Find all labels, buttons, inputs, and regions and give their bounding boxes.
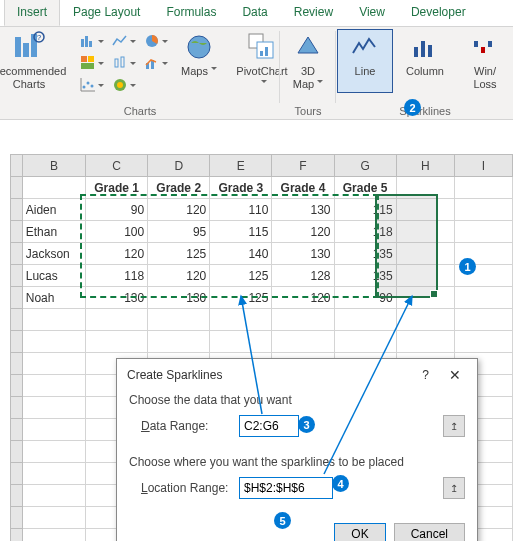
pie-chart-button[interactable] [140,31,172,51]
chart-gallery-col3 [140,29,172,73]
col-C[interactable]: C [86,155,148,177]
col-D[interactable]: D [148,155,210,177]
callout-5: 5 [274,512,291,529]
chart-gallery-col2 [108,29,140,95]
svg-point-23 [188,36,210,58]
svg-point-12 [87,82,90,85]
ribbon-tabs: Insert Page Layout Formulas Data Review … [0,0,513,27]
sparkline-column-button[interactable]: Column [393,29,457,93]
callout-2: 2 [404,99,421,116]
col-H[interactable]: H [396,155,454,177]
svg-rect-16 [115,59,118,67]
col-G[interactable]: G [334,155,396,177]
pivotchart-icon [246,31,278,63]
tab-developer[interactable]: Developer [398,0,479,26]
tab-review[interactable]: Review [281,0,346,26]
surface-chart-button[interactable] [108,75,140,95]
group-label-tours: Tours [284,103,332,119]
group-label-charts: Charts [4,103,276,119]
location-range-ref-button[interactable]: ↥ [443,477,465,499]
tab-view[interactable]: View [346,0,398,26]
3d-map-button[interactable]: 3D Map [280,29,336,93]
recommended-charts-button[interactable]: ? Recommended Charts [0,29,76,93]
create-sparklines-dialog: Create Sparklines ? ✕ Choose the data th… [116,358,478,541]
group-charts: ? Recommended Charts Maps [0,27,280,119]
data-range-ref-button[interactable]: ↥ [443,415,465,437]
svg-rect-7 [89,41,92,47]
hierarchy-chart-button[interactable] [76,53,108,73]
svg-rect-26 [260,51,263,56]
column-chart-button[interactable] [76,31,108,51]
cancel-button[interactable]: Cancel [394,523,465,541]
sparkline-winloss-icon [469,31,501,63]
svg-rect-0 [15,37,21,57]
data-range-input[interactable] [239,415,299,437]
svg-rect-33 [488,41,492,47]
col-B[interactable]: B [22,155,85,177]
svg-rect-31 [474,41,478,47]
svg-rect-27 [265,47,268,56]
combo-chart-button[interactable] [140,53,172,73]
line-chart-button[interactable] [108,31,140,51]
svg-rect-9 [88,56,94,62]
svg-point-13 [91,85,94,88]
svg-rect-10 [81,63,94,69]
svg-rect-17 [121,57,124,67]
location-range-input[interactable] [239,477,333,499]
sparkline-line-button[interactable]: Line [337,29,393,93]
sparkline-column-icon [409,31,441,63]
svg-point-19 [117,82,123,88]
recommended-charts-icon: ? [13,31,45,63]
svg-rect-30 [428,45,432,57]
svg-rect-29 [421,41,425,57]
dialog-close-button[interactable]: ✕ [443,367,467,383]
data-range-label: Data Range: [141,419,233,433]
svg-rect-28 [414,47,418,57]
svg-rect-8 [81,56,87,62]
tab-data[interactable]: Data [229,0,280,26]
3d-map-icon [292,31,324,63]
chart-gallery-col1 [76,29,108,95]
tab-formulas[interactable]: Formulas [153,0,229,26]
callout-4: 4 [332,475,349,492]
dialog-section1-label: Choose the data that you want [129,393,465,407]
sparkline-line-icon [349,31,381,63]
svg-point-11 [83,86,86,89]
svg-text:?: ? [37,33,42,42]
maps-icon [183,31,215,63]
statistic-chart-button[interactable] [108,53,140,73]
dialog-title: Create Sparklines [127,368,222,382]
col-F[interactable]: F [272,155,334,177]
col-E[interactable]: E [210,155,272,177]
group-label-sparklines: Sparklines [340,103,510,119]
scatter-chart-button[interactable] [76,75,108,95]
callout-1: 1 [459,258,476,275]
svg-rect-6 [85,36,88,47]
svg-rect-1 [23,43,29,57]
maps-button[interactable]: Maps [172,29,226,93]
group-tours: 3D Map Tours [280,27,336,119]
sparkline-winloss-button[interactable]: Win/ Loss [457,29,513,93]
tab-page-layout[interactable]: Page Layout [60,0,153,26]
tab-insert[interactable]: Insert [4,0,60,26]
callout-3: 3 [298,416,315,433]
ribbon: ? Recommended Charts Maps [0,27,513,120]
dialog-help-button[interactable]: ? [422,368,429,382]
ok-button[interactable]: OK [334,523,385,541]
svg-rect-5 [81,39,84,47]
location-range-label: Location Range: [141,481,233,495]
col-I[interactable]: I [455,155,513,177]
group-sparklines: Line Column Win/ Loss Sparklines [336,27,513,119]
svg-rect-32 [481,47,485,53]
dialog-section2-label: Choose where you want the sparklines to … [129,455,465,469]
